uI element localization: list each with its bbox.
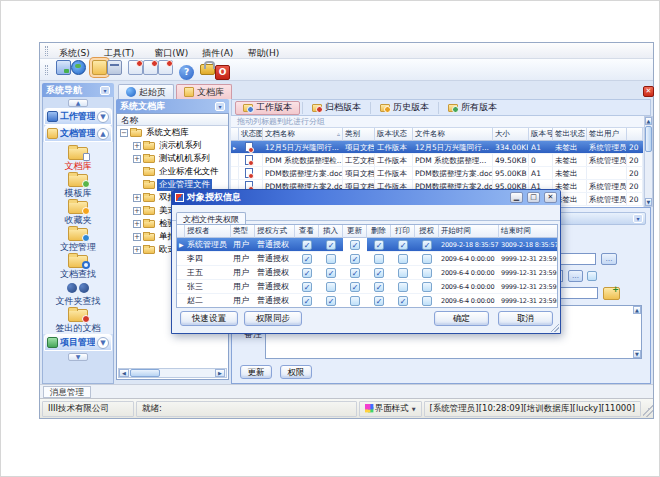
perm-column-header-10[interactable]: 开始时间 <box>439 225 499 238</box>
permission-button[interactable]: 权限 <box>280 365 312 379</box>
close-icon[interactable]: ✕ <box>544 192 557 203</box>
maximize-icon[interactable]: □ <box>527 192 540 203</box>
permission-row[interactable]: 赵二用户普通授权2009-6-4 0:00:009999-12-31 23:59… <box>177 294 557 308</box>
nav-doc-control[interactable]: 文控管理 <box>43 226 113 253</box>
permission-row[interactable]: ▶系统管理员用户普通授权2009-2-18 8:35:573009-2-18 8… <box>177 238 557 252</box>
scroll-thumb[interactable] <box>645 126 652 152</box>
expander-plus-icon[interactable]: + <box>133 246 141 254</box>
scroll-right-icon[interactable]: ▶ <box>215 369 225 377</box>
cancel-button[interactable]: 取消 <box>498 311 553 326</box>
perm-column-header-2[interactable]: 类型 <box>231 225 255 238</box>
checkbox-checked-icon[interactable] <box>350 282 360 292</box>
checkbox-checked-icon[interactable] <box>374 240 384 250</box>
section-document-management[interactable]: 文档管理▲ <box>44 125 112 142</box>
scroll-left-icon[interactable]: ◀ <box>119 369 129 377</box>
scroll-up-icon[interactable]: ▲ <box>633 306 641 314</box>
nav-doc-search[interactable]: 文档查找 <box>43 253 113 280</box>
perm-column-header-3[interactable]: 授权方式 <box>255 225 295 238</box>
menu-window[interactable]: 窗口(W) <box>147 47 195 59</box>
scroll-down-icon[interactable]: ▼ <box>633 350 641 358</box>
checkbox-checked-icon[interactable] <box>350 268 360 278</box>
checkbox-checked-icon[interactable] <box>374 268 384 278</box>
message-window-icon-3[interactable] <box>158 60 173 75</box>
detail-header-button[interactable]: ▾ <box>633 214 643 223</box>
expander-plus-icon[interactable]: + <box>133 155 141 163</box>
file-column-header-10[interactable] <box>627 128 643 141</box>
checkbox-checked-icon[interactable] <box>326 240 336 250</box>
file-column-header-1[interactable]: 状态图 <box>239 128 263 141</box>
checkbox-checked-icon[interactable] <box>374 296 384 306</box>
lock-icon[interactable] <box>200 64 215 75</box>
checkbox-checked-icon[interactable] <box>302 296 312 306</box>
message-management-tab[interactable]: 消息管理 <box>43 386 91 398</box>
permission-row[interactable]: 王五用户普通授权2009-6-4 0:00:009999-12-31 23:59… <box>177 266 557 280</box>
checkbox-unchecked-icon[interactable] <box>374 254 384 264</box>
checkbox-checked-icon[interactable] <box>422 240 432 250</box>
ok-button[interactable]: 确定 <box>434 311 489 326</box>
expander-plus-icon[interactable]: + <box>133 233 141 241</box>
perm-column-header-5[interactable]: 插入 <box>319 225 343 238</box>
file-row[interactable]: PDM 系统数据整理检...工艺文档工作版本PDM 系统数据整理...49.50… <box>231 154 643 167</box>
browse-button-2[interactable]: … <box>568 270 583 282</box>
expander-minus-icon[interactable]: − <box>120 129 128 137</box>
scroll-thumb[interactable] <box>130 369 160 377</box>
file-column-header-9[interactable]: 签出用户 <box>587 128 627 141</box>
tab-all-versions[interactable]: 所有版本 <box>441 101 504 115</box>
file-column-header-8[interactable]: 签出状态 <box>553 128 587 141</box>
checkbox-checked-icon[interactable] <box>302 268 312 278</box>
computer-icon[interactable] <box>56 60 71 75</box>
expander-plus-icon[interactable]: + <box>133 207 141 215</box>
card-file-icon[interactable] <box>107 60 122 75</box>
perm-column-header-0[interactable] <box>177 225 185 238</box>
checkbox-unchecked-icon[interactable] <box>398 268 408 278</box>
menu-plugin[interactable]: 插件(A) <box>195 47 240 59</box>
chevron-down-icon[interactable]: ▼ <box>97 337 109 349</box>
detail-checkbox[interactable] <box>587 271 597 281</box>
section-project-management[interactable]: 项目管理▼ <box>44 334 112 351</box>
tree-horizontal-scrollbar[interactable]: ◀ ▶ <box>118 368 227 378</box>
checkbox-checked-icon[interactable] <box>302 240 312 250</box>
checkbox-checked-icon[interactable] <box>302 254 312 264</box>
message-window-icon-1[interactable] <box>128 60 143 75</box>
section-work-management[interactable]: 工作管理▼ <box>44 108 112 125</box>
scroll-down-icon[interactable]: ▼ <box>645 198 652 206</box>
permission-sync-button[interactable]: 权限同步 <box>244 311 302 326</box>
minimize-icon[interactable]: ▁ <box>510 192 523 203</box>
tree-item[interactable]: −系统文档库 <box>117 126 228 139</box>
scroll-up-icon[interactable]: ▲ <box>645 117 652 125</box>
tree-column-header[interactable]: 名称 <box>117 114 228 126</box>
help-icon[interactable]: ? <box>179 65 194 80</box>
checkbox-unchecked-icon[interactable] <box>398 254 408 264</box>
perm-column-header-6[interactable]: 更新 <box>343 225 367 238</box>
expander-plus-icon[interactable]: + <box>133 220 141 228</box>
menu-tools[interactable]: 工具(T) <box>97 47 142 59</box>
tree-item[interactable]: +测试机机系列 <box>117 152 228 165</box>
checkbox-checked-icon[interactable] <box>302 282 312 292</box>
open-folder-icon[interactable] <box>92 60 107 75</box>
tree-item[interactable]: 企业标准化文件 <box>117 165 228 178</box>
checkbox-unchecked-icon[interactable] <box>422 254 432 264</box>
tab-document-library[interactable]: 文档库 <box>176 84 232 99</box>
nav-folder-search[interactable]: 文件夹查找 <box>43 280 113 307</box>
checkbox-checked-icon[interactable] <box>374 282 384 292</box>
nav-document-library[interactable]: 文档库 <box>43 145 113 172</box>
checkbox-unchecked-icon[interactable] <box>398 282 408 292</box>
perm-column-header-7[interactable]: 删除 <box>367 225 391 238</box>
file-column-header-3[interactable]: 类别 <box>343 128 375 141</box>
chevron-down-icon[interactable]: ▼ <box>97 111 109 123</box>
checkbox-checked-icon[interactable] <box>350 240 360 250</box>
checkbox-unchecked-icon[interactable] <box>422 296 432 306</box>
expander-plus-icon[interactable]: + <box>133 142 141 150</box>
browse-button-1[interactable]: … <box>601 253 617 265</box>
nav-favorites[interactable]: 收藏夹 <box>43 199 113 226</box>
permission-row[interactable]: 张三用户普通授权2009-6-4 0:00:009999-12-31 23:59… <box>177 280 557 294</box>
tab-history-version[interactable]: 历史版本 <box>373 101 436 115</box>
nav-checked-out-docs[interactable]: 签出的文档 <box>43 307 113 334</box>
tree-pin-button[interactable]: ▾ <box>215 102 225 111</box>
new-folder-icon[interactable] <box>603 287 620 300</box>
file-column-header-2[interactable]: 文档名称▵ <box>263 128 343 141</box>
nav-template-library[interactable]: 模板库 <box>43 172 113 199</box>
file-list-vertical-scrollbar[interactable]: ▲ ▼ <box>644 116 653 207</box>
dialog-title-bar[interactable]: 对象授权信息 ▁ □ ✕ <box>172 190 560 205</box>
file-column-header-4[interactable]: 版本状态 <box>375 128 413 141</box>
